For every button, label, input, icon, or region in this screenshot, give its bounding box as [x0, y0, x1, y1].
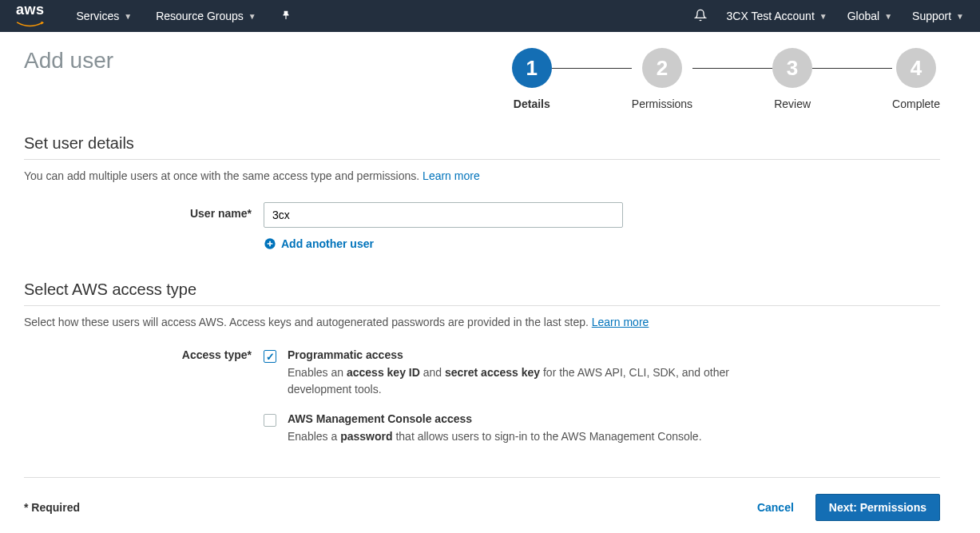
footer: * Required Cancel Next: Permissions — [24, 477, 940, 521]
programmatic-access-desc: Enables an access key ID and secret acce… — [288, 364, 767, 398]
step-label-2: Permissions — [632, 97, 692, 110]
section-access-type: Select AWS access type Select how these … — [24, 280, 940, 445]
required-note: * Required — [24, 501, 80, 514]
caret-down-icon: ▼ — [248, 12, 256, 21]
section-user-details-help: You can add multiple users at once with … — [24, 169, 940, 182]
caret-down-icon: ▼ — [956, 12, 964, 21]
step-label-1: Details — [514, 97, 550, 110]
console-access-title: AWS Management Console access — [288, 412, 767, 425]
step-circle-1: 1 — [512, 48, 552, 88]
next-permissions-button[interactable]: Next: Permissions — [815, 494, 940, 521]
nav-pin[interactable] — [280, 10, 292, 23]
step-connector — [812, 68, 892, 69]
step-label-3: Review — [774, 97, 811, 110]
wizard-step-details: 1 Details — [512, 48, 552, 110]
section-user-details-title: Set user details — [24, 134, 940, 160]
wizard-steps: 1 Details 2 Permissions 3 Review 4 Compl… — [512, 48, 940, 110]
add-another-user-label: Add another user — [281, 237, 374, 250]
section-access-type-help: Select how these users will access AWS. … — [24, 316, 940, 328]
nav-region-label: Global — [847, 10, 879, 22]
nav-services[interactable]: Services ▼ — [77, 10, 133, 22]
nav-region[interactable]: Global ▼ — [847, 10, 892, 22]
step-label-4: Complete — [892, 97, 940, 110]
pin-icon — [280, 10, 292, 23]
page-title: Add user — [24, 48, 113, 74]
step-circle-2: 2 — [642, 48, 682, 88]
cancel-button[interactable]: Cancel — [748, 495, 803, 520]
learn-more-link[interactable]: Learn more — [592, 316, 649, 328]
step-connector — [552, 68, 632, 69]
nav-notifications[interactable] — [694, 9, 707, 24]
learn-more-link[interactable]: Learn more — [423, 169, 480, 182]
programmatic-access-checkbox[interactable] — [264, 350, 276, 363]
nav-account[interactable]: 3CX Test Account ▼ — [727, 10, 827, 22]
caret-down-icon: ▼ — [124, 12, 132, 21]
console-access-checkbox[interactable] — [264, 414, 276, 427]
access-type-label: Access type* — [24, 348, 264, 361]
section-user-details: Set user details You can add multiple us… — [24, 134, 940, 253]
step-connector — [692, 68, 772, 69]
wizard-step-complete: 4 Complete — [892, 48, 940, 110]
section-access-type-title: Select AWS access type — [24, 280, 940, 306]
wizard-step-permissions: 2 Permissions — [632, 48, 692, 110]
add-another-user-link[interactable]: Add another user — [264, 237, 374, 250]
caret-down-icon: ▼ — [819, 12, 827, 21]
step-circle-4: 4 — [896, 48, 936, 88]
nav-resource-groups-label: Resource Groups — [156, 10, 244, 22]
nav-support[interactable]: Support ▼ — [912, 10, 964, 22]
console-access-desc: Enables a password that allows users to … — [288, 428, 767, 445]
help-text: You can add multiple users at once with … — [24, 169, 423, 182]
step-circle-3: 3 — [772, 48, 812, 88]
nav-services-label: Services — [77, 10, 120, 22]
help-text: Select how these users will access AWS. … — [24, 316, 592, 328]
username-label: User name* — [24, 202, 264, 220]
username-input[interactable] — [264, 202, 623, 228]
plus-circle-icon — [264, 237, 276, 250]
caret-down-icon: ▼ — [884, 12, 892, 21]
wizard-step-review: 3 Review — [772, 48, 812, 110]
nav-account-label: 3CX Test Account — [727, 10, 815, 22]
top-nav: aws Services ▼ Resource Groups ▼ — [0, 0, 980, 32]
nav-resource-groups[interactable]: Resource Groups ▼ — [156, 10, 256, 22]
aws-smile-icon — [16, 21, 44, 29]
nav-support-label: Support — [912, 10, 951, 22]
programmatic-access-title: Programmatic access — [288, 348, 767, 361]
bell-icon — [694, 9, 707, 22]
aws-logo[interactable]: aws — [16, 2, 45, 31]
